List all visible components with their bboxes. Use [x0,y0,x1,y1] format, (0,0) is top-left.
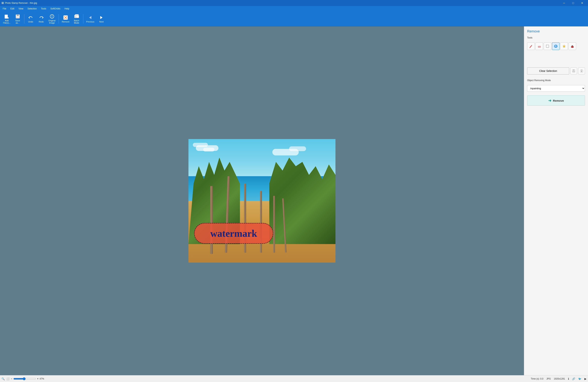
titlebar-title: Photo Stamp Remover - thin.jpg [5,2,37,4]
object-removing-label: Object Removing Mode [527,79,585,82]
cloud-2 [193,143,208,147]
svg-rect-24 [572,46,573,47]
menu-help[interactable]: Help [63,7,71,11]
toolbar-sep-3 [83,14,83,23]
right-panel: Remove Tools [524,26,588,375]
twitter-icon[interactable]: 🐦 [578,377,581,380]
toolbar: AddFile(s)... Saveas... Undo Redo [0,11,588,26]
previous-label: Previous [86,21,94,23]
svg-rect-28 [573,71,575,72]
titlebar-controls: ─ □ ✕ [560,0,587,6]
tools-row [527,43,585,50]
minimize-button[interactable]: ─ [560,0,568,6]
mode-select[interactable]: Inpainting Smart Fill Clone [527,85,585,92]
next-label: Next [99,21,104,23]
svg-marker-16 [100,16,103,19]
close-button[interactable]: ✕ [578,0,587,6]
zoom-value: 47% [40,378,44,380]
panel-spacer [527,52,585,64]
svg-rect-4 [17,15,19,16]
svg-rect-5 [16,17,19,18]
cloud-3 [203,148,214,152]
remove-label: Remove [62,21,69,23]
menu-file[interactable]: File [1,7,8,11]
selection-border [194,223,273,244]
image-container: watermark [189,139,336,263]
previous-button[interactable]: Previous [85,12,96,25]
post-5 [273,196,275,253]
undo-button[interactable]: Undo [26,12,36,25]
next-button[interactable]: Next [97,12,106,25]
app-icon: 🖼 [1,2,4,4]
maximize-button[interactable]: □ [569,0,577,6]
stamp-tool-button[interactable] [568,43,576,50]
status-right: Time (s): 0.0 JPG 1920x1281 ℹ 🔗 🐦 ▶ [531,377,587,380]
menu-edit[interactable]: Edit [8,7,16,11]
menu-view[interactable]: View [17,7,25,11]
add-files-button[interactable]: AddFile(s)... [1,12,12,25]
panel-tools-label: Tools [527,36,585,39]
original-image-button[interactable]: OriginalImage [47,12,57,25]
main-layout: watermark Remove Tools [0,26,588,375]
svg-rect-21 [546,45,549,47]
menu-tools[interactable]: Tools [39,7,48,11]
titlebar-left: 🖼 Photo Stamp Remover - thin.jpg [1,2,37,4]
toolbar-sep-2 [59,14,59,23]
zoom-slider[interactable] [13,377,36,380]
remove-arrow-icon: ➜ [548,98,551,103]
svg-rect-27 [573,70,574,70]
statusbar: 🔍 ⬜ − + 47% Time (s): 0.0 JPG 1920x1281 … [0,375,588,382]
undo-label: Undo [28,21,33,23]
rect-select-tool-button[interactable] [544,43,551,50]
svg-point-8 [52,17,52,17]
redo-label: Redo [39,21,44,23]
menubar: File Edit View Selection Tools SoftOrbit… [0,6,588,11]
resolution-label: 1920x1281 [554,378,565,380]
redo-button[interactable]: Redo [36,12,46,25]
save-selection-button[interactable] [570,67,577,74]
panel-title: Remove [527,29,585,33]
svg-point-17 [529,47,530,48]
remove-button-label: Remove [553,99,564,102]
remove-button[interactable]: ➜ Remove [527,95,585,106]
lasso-tool-button[interactable] [552,43,560,50]
svg-rect-25 [572,45,573,46]
ai-tool-button[interactable] [560,43,568,50]
zoom-minus-icon[interactable]: − [11,378,12,380]
svg-marker-15 [89,16,91,19]
post-1 [210,186,213,254]
canvas-area[interactable]: watermark [0,26,524,375]
add-files-label: AddFile(s)... [3,20,11,24]
brush-tool-button[interactable] [527,43,535,50]
zoom-out-icon[interactable]: 🔍 [1,377,5,380]
cloud-5 [289,146,306,151]
clear-selection-button[interactable]: Clear Selection [527,67,569,74]
crop-icon[interactable]: ⬜ [6,377,9,380]
video-icon[interactable]: ▶ [585,377,587,380]
svg-marker-22 [563,45,566,48]
save-as-label: Saveas... [15,20,20,24]
beach-image [189,139,336,263]
watermark-overlay[interactable]: watermark [194,223,273,244]
zoom-plus-icon[interactable]: + [37,378,39,380]
share-icon[interactable]: 🔗 [572,377,575,380]
batch-mode-label: BatchMode [74,20,79,24]
zoom-slider-container: − + 47% [11,377,529,380]
info-icon[interactable]: ℹ [568,377,569,380]
menu-softorbits[interactable]: SoftOrbits [48,7,62,11]
load-selection-button[interactable] [578,67,585,74]
remove-toolbar-button[interactable]: Remove [60,12,71,25]
titlebar: 🖼 Photo Stamp Remover - thin.jpg ─ □ ✕ [0,0,588,6]
original-image-label: OriginalImage [48,20,56,24]
svg-rect-14 [76,15,79,18]
clear-section: Clear Selection [527,67,585,74]
eraser-tool-button[interactable] [535,43,543,50]
menu-selection[interactable]: Selection [26,7,39,11]
format-label: JPG [546,378,551,380]
batch-mode-button[interactable]: BatchMode [72,12,82,25]
svg-rect-0 [5,15,8,19]
time-label: Time (s): 0.0 [531,378,543,380]
save-as-button[interactable]: Saveas... [13,12,23,25]
